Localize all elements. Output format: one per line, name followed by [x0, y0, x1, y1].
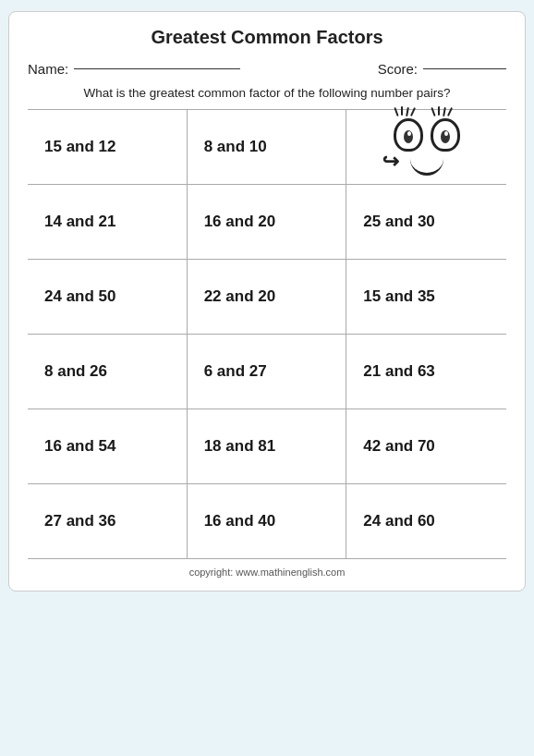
eyelash: [431, 107, 435, 116]
grid-row: 16 and 54 18 and 81 42 and 70: [28, 408, 506, 483]
problem-cell: 8 and 26: [28, 335, 188, 408]
problem-text: 14 and 21: [44, 213, 116, 231]
smile-shape: [410, 159, 443, 176]
problem-cell: 15 and 12: [28, 110, 188, 184]
eyelash: [394, 107, 398, 116]
image-cell: ↩: [346, 110, 506, 184]
grid-row: 15 and 12 8 and 10: [28, 109, 506, 184]
problem-cell: 16 and 54: [28, 409, 188, 483]
eyelash: [447, 107, 453, 116]
problem-text: 15 and 12: [44, 138, 116, 156]
mouth-row: ↩: [410, 155, 443, 176]
worksheet: Greatest Common Factors Name: Score: Wha…: [8, 11, 526, 591]
problem-text: 27 and 36: [44, 512, 116, 530]
score-label: Score:: [378, 61, 418, 77]
problem-text: 8 and 26: [44, 362, 107, 381]
left-eye-container: [394, 118, 423, 152]
header-row: Name: Score:: [28, 61, 506, 77]
problem-cell: 18 and 81: [188, 409, 347, 483]
grid-row: 14 and 21 16 and 20 25 and 30: [28, 184, 506, 259]
problem-cell: 22 and 20: [188, 260, 347, 334]
problem-cell: 15 and 35: [346, 260, 506, 334]
problem-text: 16 and 54: [44, 437, 116, 456]
page-title: Greatest Common Factors: [28, 27, 506, 48]
problem-cell: 24 and 60: [346, 484, 506, 558]
problem-text: 24 and 50: [44, 287, 116, 306]
problem-cell: 14 and 21: [28, 185, 188, 259]
problem-cell: 21 and 63: [346, 335, 506, 408]
eyelash: [410, 107, 416, 116]
problem-text: 16 and 20: [204, 213, 276, 231]
name-label: Name:: [28, 61, 68, 77]
problem-text: 22 and 20: [204, 287, 276, 306]
problem-text: 15 and 35: [363, 287, 435, 306]
problem-text: 18 and 81: [204, 437, 276, 456]
grid-row: 8 and 26 6 and 27 21 and 63: [28, 334, 506, 408]
problem-text: 21 and 63: [363, 362, 435, 381]
eyelash: [401, 106, 403, 116]
problem-cell: 16 and 40: [188, 484, 347, 558]
problem-cell: 27 and 36: [28, 484, 188, 558]
problem-text: 24 and 60: [363, 512, 435, 530]
eyelash: [406, 107, 409, 116]
left-eye: [394, 118, 423, 152]
name-line[interactable]: [74, 68, 240, 69]
eyelash: [443, 107, 446, 116]
name-field: Name:: [28, 61, 240, 77]
problem-text: 6 and 27: [204, 362, 267, 381]
problem-text: 8 and 10: [204, 138, 267, 156]
problem-text: 25 and 30: [363, 213, 435, 231]
problem-cell: 16 and 20: [188, 185, 347, 259]
right-eye-container: [431, 118, 460, 152]
instruction: What is the greatest common factor of th…: [28, 86, 506, 100]
right-eye: [431, 118, 460, 152]
problem-cell: 6 and 27: [188, 335, 347, 408]
problem-cell: 8 and 10: [188, 110, 347, 184]
problem-text: 16 and 40: [204, 512, 276, 530]
eyes-illustration: ↩: [394, 118, 460, 176]
eyes-top: [394, 118, 460, 152]
copyright-text: copyright: www.mathinenglish.com: [28, 567, 506, 581]
score-line[interactable]: [423, 68, 506, 69]
eyelash: [438, 106, 440, 116]
score-field: Score:: [378, 61, 506, 77]
grid-row: 24 and 50 22 and 20 15 and 35: [28, 259, 506, 334]
problem-cell: 42 and 70: [346, 409, 506, 483]
cheek-arrow-icon: ↩: [382, 150, 399, 174]
problem-cell: 25 and 30: [346, 185, 506, 259]
problem-cell: 24 and 50: [28, 260, 188, 334]
grid-row: 27 and 36 16 and 40 24 and 60: [28, 483, 506, 559]
problems-grid: 15 and 12 8 and 10: [28, 109, 506, 559]
problem-text: 42 and 70: [363, 437, 435, 456]
